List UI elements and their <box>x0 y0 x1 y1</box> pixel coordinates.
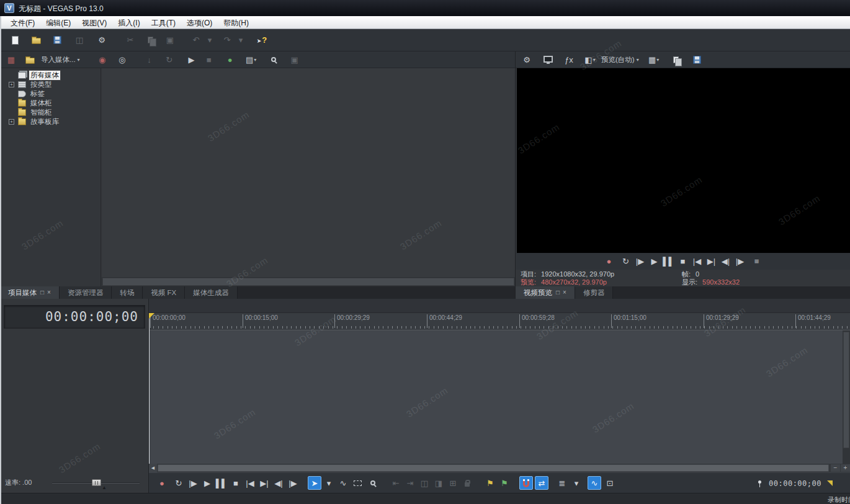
marker-bar[interactable] <box>149 299 850 313</box>
insert-marker-button[interactable]: ⚑ <box>483 476 497 490</box>
timeline-horizontal-scrollbar[interactable]: ◀ − + <box>149 464 850 472</box>
split-screen-view-button[interactable]: ◧▾ <box>583 52 597 67</box>
normal-edit-tool-button[interactable]: ➤ <box>308 476 321 490</box>
media-list-area[interactable] <box>102 68 515 277</box>
tab-media-generators[interactable]: 媒体生成器 □ × <box>185 286 238 299</box>
envelope-edit-tool-button[interactable]: ∿ <box>336 476 350 490</box>
media-list-scrollbar[interactable] <box>102 277 515 286</box>
expander-icon[interactable]: + <box>9 119 14 125</box>
rate-slider-thumb[interactable] <box>92 479 101 486</box>
preview-menu-button[interactable]: ≡ <box>750 255 763 268</box>
render-as-button[interactable]: ◫ <box>72 33 87 48</box>
scroll-left-button[interactable]: ◀ <box>149 464 157 472</box>
trim-end-button[interactable]: ⇥ <box>403 476 417 490</box>
tab-explorer[interactable]: 资源管理器 □ × <box>60 286 112 299</box>
cut-button[interactable]: ✂ <box>123 33 138 48</box>
expander-icon[interactable]: + <box>9 82 14 87</box>
tab-video-fx[interactable]: 视频 FX □ × <box>143 286 185 299</box>
project-properties-button[interactable]: ⚙ <box>94 33 109 48</box>
tab-transitions[interactable]: 转场 □ × <box>112 286 143 299</box>
play-from-start-button[interactable]: |▶ <box>633 255 646 268</box>
tree-item-by-type[interactable]: + 按类型 <box>0 80 101 89</box>
lock-envelopes-button[interactable]: ∿ <box>588 476 601 490</box>
loop-playback-button[interactable]: ↻ <box>619 255 632 268</box>
save-snapshot-button[interactable] <box>690 52 705 67</box>
play-button[interactable]: ▶ <box>648 255 661 268</box>
tab-video-preview[interactable]: 视频预览 □ × <box>516 286 575 299</box>
playhead-marker[interactable] <box>149 313 154 319</box>
menu-item[interactable]: 文件(F) <box>5 16 40 29</box>
close-tab-button[interactable]: × <box>47 290 51 296</box>
extract-audio-cd-button[interactable]: ◎ <box>115 52 130 67</box>
overlays-grid-button[interactable]: ▦▾ <box>646 52 661 67</box>
preview-quality-button[interactable]: 预览(自动) ▾ <box>599 54 642 66</box>
paste-button[interactable]: ▣ <box>163 33 177 48</box>
float-tab-button[interactable]: □ <box>40 290 44 296</box>
timeline-ruler[interactable]: 00:00:00;0000:00:15;0000:00:29;2900:00:4… <box>149 313 850 330</box>
get-media-web-button[interactable]: ↓ <box>142 52 157 67</box>
redo-button[interactable]: ↷ <box>220 33 235 48</box>
pause-button[interactable]: ▌▌ <box>662 255 675 268</box>
copy-snapshot-button[interactable] <box>669 52 684 67</box>
menu-item[interactable]: 选项(O) <box>181 16 218 29</box>
open-project-button[interactable] <box>29 33 43 48</box>
tab-trimmer[interactable]: 修剪器 □ × <box>575 286 614 299</box>
scrollbar-thumb[interactable] <box>843 332 849 448</box>
zoom-out-time-button[interactable]: − <box>831 464 840 472</box>
stop-preview-button[interactable]: ■ <box>202 52 217 67</box>
tree-item-storyboard-bins[interactable]: + 故事板库 <box>0 117 101 126</box>
tab-project-media[interactable]: 项目媒体 □ × <box>0 286 60 299</box>
search-media-button[interactable] <box>266 52 281 67</box>
import-media-button[interactable]: 导入媒体... ▾ <box>38 54 83 66</box>
external-monitor-button[interactable] <box>540 52 555 67</box>
enable-snapping-button[interactable] <box>519 476 533 490</box>
undo-dropdown[interactable]: ▾ <box>206 33 213 48</box>
menu-item[interactable]: 插入(I) <box>112 16 145 29</box>
auto-ripple-button[interactable]: ⇄ <box>535 476 548 490</box>
video-preview-screen[interactable] <box>517 68 850 253</box>
save-project-button[interactable] <box>50 33 65 48</box>
split-event-button[interactable]: ◫ <box>418 476 431 490</box>
tree-item-all-media[interactable]: 所有媒体 <box>0 71 101 80</box>
pause-button[interactable]: ▌▌ <box>215 476 228 490</box>
undo-button[interactable]: ↶ <box>189 33 204 48</box>
float-tab-button[interactable]: □ <box>556 290 560 296</box>
copy-button[interactable] <box>143 33 158 48</box>
selection-edit-tool-button[interactable] <box>351 476 364 490</box>
record-button[interactable]: ● <box>155 476 169 490</box>
previous-frame-button[interactable]: ◀| <box>272 476 285 490</box>
menu-item[interactable]: 编辑(E) <box>40 16 76 29</box>
media-bins-icon[interactable] <box>22 52 37 67</box>
views-button[interactable]: ▤▾ <box>244 52 259 67</box>
refresh-button[interactable]: ↻ <box>162 52 177 67</box>
zoom-edit-tool-button[interactable] <box>366 476 380 490</box>
record-button[interactable]: ● <box>602 255 615 268</box>
new-project-button[interactable] <box>7 33 22 48</box>
capture-video-button[interactable]: ◉ <box>95 52 110 67</box>
go-to-start-button[interactable]: |◀ <box>691 255 704 268</box>
lock-event-button[interactable] <box>460 476 474 490</box>
redo-dropdown[interactable]: ▾ <box>237 33 244 48</box>
tree-item-tags[interactable]: 标签 <box>0 89 101 99</box>
insert-region-button[interactable]: ⚑ <box>498 476 511 490</box>
event-fade-button[interactable]: ◨ <box>432 476 445 490</box>
auto-preview-button[interactable]: ● <box>223 52 238 67</box>
scrollbar-thumb[interactable] <box>158 464 829 472</box>
ripple-type-button[interactable]: ≣ <box>555 476 569 490</box>
go-to-end-button[interactable]: ▶| <box>257 476 271 490</box>
go-to-end-button[interactable]: ▶| <box>705 255 718 268</box>
previous-frame-button[interactable]: ◀| <box>719 255 732 268</box>
play-button[interactable]: ▶ <box>200 476 214 490</box>
track-vertical-scrollbar[interactable] <box>843 330 850 464</box>
ignore-event-grouping-button[interactable]: ⊡ <box>603 476 617 490</box>
next-frame-button[interactable]: |▶ <box>286 476 300 490</box>
tree-item-smart-bins[interactable]: 智能柜 <box>0 108 101 117</box>
menu-item[interactable]: 工具(T) <box>146 16 181 29</box>
whats-this-help-button[interactable]: ? <box>254 33 269 48</box>
project-video-properties-button[interactable]: ⚙ <box>519 52 534 67</box>
next-frame-button[interactable]: |▶ <box>733 255 746 268</box>
tree-item-media-bins[interactable]: 媒体柜 <box>0 99 101 108</box>
scrollbar-thumb[interactable] <box>102 278 514 286</box>
close-tab-button[interactable]: × <box>563 290 566 296</box>
start-preview-button[interactable]: ▶ <box>184 52 199 67</box>
